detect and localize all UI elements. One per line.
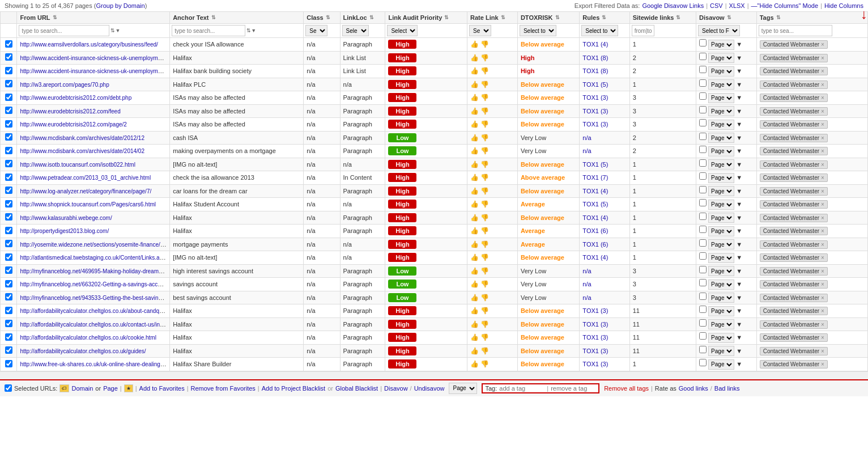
from-url-link[interactable]: http://www.eurodebtcrisis2012.com/debt.p… <box>20 95 131 101</box>
filter-anchor-input[interactable] <box>172 25 245 36</box>
domain-link[interactable]: Domain <box>71 385 93 392</box>
row-checkbox[interactable] <box>5 107 12 114</box>
undisavow-link[interactable]: Undisavow <box>414 385 445 392</box>
disavow-checkbox[interactable] <box>699 306 707 313</box>
disavow-checkbox[interactable] <box>699 66 707 73</box>
bottom-page-select[interactable]: Page <box>449 383 477 394</box>
tag-remove-icon[interactable]: × <box>821 201 824 208</box>
rules-link[interactable]: TOX1 <box>582 361 599 367</box>
disavow-select[interactable]: Page <box>708 120 734 130</box>
rules-link[interactable]: TOX1 <box>582 227 599 234</box>
row-checkbox[interactable] <box>5 160 12 167</box>
filter-linkloc-select[interactable]: Sele <box>342 25 369 36</box>
disavow-checkbox[interactable] <box>699 199 707 206</box>
row-checkbox[interactable] <box>5 173 12 181</box>
rules-link[interactable]: TOX1 <box>582 67 599 74</box>
hide-columns-link[interactable]: Hide Columns <box>824 2 863 9</box>
disavow-link[interactable]: Disavow <box>384 385 408 392</box>
rate-icons[interactable]: 👍 👎 <box>470 214 489 222</box>
disavow-select[interactable]: Page <box>708 359 734 370</box>
disavow-checkbox[interactable] <box>699 159 707 167</box>
rules-num-link[interactable]: (3) <box>601 361 608 367</box>
rules-num-link[interactable]: (5) <box>601 201 608 208</box>
from-url-link[interactable]: http://www.isotb.toucansurf.com/isotb022… <box>20 162 135 168</box>
rules-num-link[interactable]: (4) <box>601 188 608 194</box>
tag-remove-icon[interactable]: × <box>821 215 824 221</box>
tag-remove-icon[interactable]: × <box>821 188 824 194</box>
disavow-checkbox[interactable] <box>699 359 707 366</box>
rules-link[interactable]: TOX1 <box>582 54 599 61</box>
row-checkbox[interactable] <box>5 320 12 327</box>
filter-dtox-select[interactable]: Select to <box>520 25 556 36</box>
row-checkbox[interactable] <box>5 253 12 261</box>
from-url-link[interactable]: http://www.free-uk-shares.co.uk/uk-onlin… <box>20 361 169 367</box>
tag-remove-icon[interactable]: × <box>821 68 824 74</box>
rules-num-link[interactable]: (4) <box>601 41 608 48</box>
from-url-link[interactable]: http://affordabilitycalculator.cheltglos… <box>20 321 169 328</box>
rules-link[interactable]: TOX1 <box>582 81 599 88</box>
from-url-link[interactable]: http://www.mcdisbank.com/archives/date/2… <box>20 135 144 141</box>
tag-remove-icon[interactable]: × <box>821 121 824 128</box>
disavow-select[interactable]: Page <box>708 346 734 356</box>
add-tag-input[interactable] <box>499 385 544 392</box>
tag-remove-icon[interactable]: × <box>821 334 824 341</box>
rules-link[interactable]: TOX1 <box>582 188 599 194</box>
disavow-select[interactable]: Page <box>708 319 734 329</box>
disavow-checkbox[interactable] <box>699 319 707 327</box>
rules-link[interactable]: TOX1 <box>582 214 599 221</box>
rate-icons[interactable]: 👍 👎 <box>470 173 489 181</box>
filter-from-url-input[interactable] <box>19 25 109 36</box>
disavow-select[interactable]: Page <box>708 266 734 276</box>
disavow-select[interactable]: Page <box>708 333 734 343</box>
rules-num-link[interactable]: (5) <box>601 161 608 168</box>
rate-icons[interactable]: 👍 👎 <box>470 81 489 88</box>
rules-num-link[interactable]: (8) <box>601 54 608 61</box>
rules-num-link[interactable]: (3) <box>601 108 608 115</box>
from-url-link[interactable]: http://yosemite.widezone.net/sections/yo… <box>20 241 169 248</box>
rules-link[interactable]: n/a <box>582 268 591 274</box>
from-url-link[interactable]: http://atlantismedical.twebstaging.co.uk… <box>20 254 168 261</box>
disavow-select[interactable]: Page <box>708 239 734 249</box>
rules-num-link[interactable]: (3) <box>601 121 608 128</box>
rules-link[interactable]: TOX1 <box>582 161 599 168</box>
page-link[interactable]: Page <box>103 385 118 392</box>
disavow-checkbox[interactable] <box>699 213 707 220</box>
disavow-select[interactable]: Page <box>708 293 734 303</box>
tag-remove-icon[interactable]: × <box>821 255 824 261</box>
disavow-checkbox[interactable] <box>699 252 707 260</box>
export-xlsx-link[interactable]: XLSX <box>729 2 745 9</box>
from-url-link[interactable]: http://affordabilitycalculator.cheltglos… <box>20 334 156 341</box>
from-url-link[interactable]: http://myfinanceblog.net/943533-Getting-… <box>20 294 169 301</box>
rules-link[interactable]: TOX1 <box>582 174 599 181</box>
disavow-select[interactable]: Page <box>708 146 734 156</box>
rules-num-link[interactable]: (3) <box>601 94 608 101</box>
rules-num-link[interactable]: (4) <box>601 254 608 261</box>
rules-link[interactable]: TOX1 <box>582 201 599 208</box>
filter-class-select[interactable]: Se <box>305 25 327 36</box>
rules-link[interactable]: TOX1 <box>582 241 599 248</box>
from-url-link[interactable]: http://myfinanceblog.net/663202-Getting-… <box>20 281 169 287</box>
tag-remove-icon[interactable]: × <box>821 148 824 154</box>
row-checkbox[interactable] <box>5 147 12 154</box>
tag-remove-icon[interactable]: × <box>821 228 824 234</box>
add-project-blacklist-link[interactable]: Add to Project Blacklist <box>262 385 326 392</box>
from-url-link[interactable]: http://w3.areport.com/pages/70.php <box>20 82 109 88</box>
filter-tags-input[interactable] <box>759 25 832 36</box>
rate-icons[interactable]: 👍 👎 <box>470 67 489 75</box>
disavow-select[interactable]: Page <box>708 66 734 77</box>
rules-num-link[interactable]: (8) <box>601 67 608 74</box>
rules-num-link[interactable]: (3) <box>601 334 608 341</box>
from-url-link[interactable]: http://www.log-analyzer.net/category/fin… <box>20 188 151 194</box>
disavow-checkbox[interactable] <box>699 79 707 87</box>
from-url-link[interactable]: http://www.earnsilverdollars.us/category… <box>20 41 158 48</box>
disavow-select[interactable]: Page <box>708 159 734 170</box>
row-checkbox[interactable] <box>5 187 12 194</box>
tag-remove-icon[interactable]: × <box>821 281 824 287</box>
rules-link[interactable]: TOX1 <box>582 254 599 261</box>
row-checkbox[interactable] <box>5 293 12 300</box>
tag-remove-icon[interactable]: × <box>821 242 824 248</box>
from-url-link[interactable]: http://www.eurodebtcrisis2012.com/page/2 <box>20 121 126 128</box>
rate-icons[interactable]: 👍 👎 <box>470 307 489 315</box>
tag-remove-icon[interactable]: × <box>821 268 824 274</box>
rate-icons[interactable]: 👍 👎 <box>470 40 489 48</box>
